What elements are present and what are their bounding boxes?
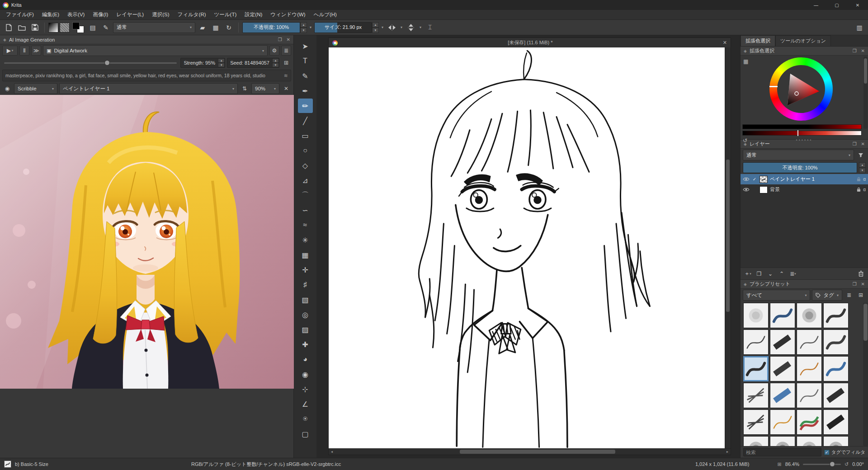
brush-preset-pencil-gray[interactable]	[797, 383, 822, 408]
scrollbar-handle[interactable]	[864, 58, 867, 84]
brush-preset-eraser-soft[interactable]	[743, 303, 769, 328]
blend-mode-dropdown[interactable]: 通常 ▾	[113, 22, 195, 33]
tool-gradient[interactable]: ▧	[298, 292, 313, 307]
wrap-around-mode-button[interactable]: ⌶	[424, 22, 436, 33]
menu-window[interactable]: ウィンドウ(W)	[266, 10, 309, 19]
close-docker-icon[interactable]: ✕	[861, 282, 865, 287]
brush-preset-soft-a[interactable]	[743, 436, 769, 446]
minimize-button[interactable]: —	[806, 0, 826, 10]
layer-opacity-slider[interactable]: 不透明度: 100%	[743, 162, 857, 173]
new-document-button[interactable]	[3, 22, 14, 33]
color-profile-info[interactable]: RGB/アルファ (8-ビット整数/チャンネル) sRGB-elle-V2-sr…	[191, 461, 341, 468]
tool-dynamic-brush[interactable]: ≈	[298, 218, 313, 232]
ai-docker-header[interactable]: ◈ AI Image Generation ❐✕	[0, 35, 293, 44]
preset-scrollbar[interactable]	[863, 303, 868, 446]
chevron-down-icon[interactable]: ▾	[308, 25, 313, 29]
tool-text[interactable]: T	[298, 54, 313, 68]
tool-ellipse[interactable]: ○	[298, 143, 313, 158]
duplicate-layer-button[interactable]: ❐	[754, 269, 764, 278]
tool-line[interactable]: ╱	[298, 113, 313, 128]
tag-filter-checkbox[interactable]: ✓ タグでフィルタ	[824, 449, 865, 456]
scrollbar-handle[interactable]	[460, 450, 615, 454]
step-generation-button[interactable]: ≫	[31, 46, 41, 56]
add-layer-button[interactable]: ＋▾	[743, 269, 753, 278]
tool-color-sampler[interactable]: ◎	[298, 307, 313, 322]
selection-display-icon[interactable]: ⊞	[778, 461, 782, 467]
style-preset-dropdown[interactable]: ▣ Digital Artwork ▾	[43, 45, 268, 56]
close-docker-icon[interactable]: ✕	[861, 48, 865, 53]
save-button[interactable]	[29, 22, 41, 33]
canvas[interactable]	[329, 47, 725, 448]
strength-spinbox[interactable]: Strength: 95%▲▼	[180, 58, 225, 68]
layer-blend-mode-dropdown[interactable]: 通常 ▾	[743, 150, 854, 160]
color-docker-scrollbar[interactable]	[863, 56, 868, 129]
tool-crop[interactable]: ♯	[298, 277, 313, 292]
tool-pattern-edit[interactable]: ▨	[298, 322, 313, 337]
ai-layers-button[interactable]: ≣	[281, 46, 291, 56]
generate-play-button[interactable]: ▶▾	[2, 46, 18, 56]
prompt-layers-icon[interactable]: ≋	[281, 73, 288, 79]
tool-rectangular-selection[interactable]: ▢	[298, 427, 313, 441]
brush-preset-pencil-yellow[interactable]	[770, 409, 795, 435]
layer-thumbnail[interactable]	[760, 186, 768, 193]
menu-tools[interactable]: ツール(T)	[210, 10, 241, 19]
workspace-chooser-button[interactable]: ▥	[854, 22, 865, 33]
close-docker-icon[interactable]: ✕	[287, 37, 290, 42]
seed-spinbox[interactable]: Seed: 814894057▲▼	[227, 58, 279, 68]
current-brush-icon[interactable]	[4, 461, 11, 468]
tool-measure[interactable]: ∠	[298, 397, 313, 411]
tool-edit-shapes[interactable]: ✎	[298, 69, 313, 83]
layer-properties-button[interactable]: ≣▾	[788, 269, 798, 278]
preset-view-list-button[interactable]: ≣	[844, 290, 854, 300]
brush-preset-pencil-orange[interactable]	[797, 356, 822, 381]
menu-filter[interactable]: フィルタ(R)	[174, 10, 210, 19]
control-link-button[interactable]: ◉	[2, 84, 12, 94]
layer-visibility-toggle[interactable]	[743, 187, 750, 192]
layer-name[interactable]: ペイントレイヤー 1	[770, 176, 854, 183]
ai-generated-image[interactable]	[0, 95, 294, 389]
close-button[interactable]: ✕	[847, 0, 868, 10]
strength-slider[interactable]	[2, 58, 179, 68]
layer-row-1[interactable]: ✓ペイントレイヤー 1α	[741, 174, 868, 184]
tool-fill[interactable]: ◕	[298, 352, 313, 367]
brush-preset-soft-round[interactable]	[797, 303, 822, 328]
menu-file[interactable]: ファイル(F)	[2, 10, 38, 19]
brush-preset-marker-chisel[interactable]	[770, 356, 795, 381]
brush-preset-ink-brush[interactable]	[823, 303, 849, 328]
layer-filter-button[interactable]	[856, 150, 866, 160]
alpha-icon[interactable]: α	[863, 187, 866, 192]
menu-image[interactable]: 画像(I)	[89, 10, 112, 19]
brush-preset-pen-blue[interactable]	[823, 356, 849, 381]
value-gradient-strip-1[interactable]	[742, 124, 862, 129]
pause-generation-button[interactable]: Ⅱ	[19, 46, 29, 56]
tool-polyline[interactable]: ⊿	[298, 173, 313, 188]
docker-splitter[interactable]: ••••••	[741, 138, 868, 142]
canvas-titlebar[interactable]: [未保存] (11.6 MiB) * ✕	[329, 38, 731, 47]
layer-row-2[interactable]: 背景α	[741, 184, 868, 195]
brush-preset-ink-pen-blue[interactable]	[770, 303, 795, 328]
chevron-down-icon[interactable]: ▾	[380, 25, 385, 29]
brush-preset-marker-blue[interactable]	[770, 383, 795, 408]
brush-preset-marker-flat[interactable]	[823, 383, 849, 408]
scrollbar-handle[interactable]	[863, 304, 868, 341]
menu-select[interactable]: 選択(S)	[148, 10, 173, 19]
preset-view-grid-button[interactable]: ⊞	[856, 290, 866, 300]
prompt-field[interactable]: masterpeace, pixiv rankihng top, a girl,…	[2, 70, 291, 81]
brush-preset-soft-b[interactable]	[770, 436, 795, 446]
brush-preset-soft-c[interactable]	[797, 436, 822, 446]
presets-docker-header[interactable]: ◈ ブラシプリセット ❐✕	[741, 280, 868, 289]
rotation-reset-icon[interactable]: ↺	[844, 461, 849, 467]
layer-thumbnail[interactable]	[760, 176, 768, 183]
layer-flags[interactable]: α	[857, 187, 866, 192]
move-layer-down-button[interactable]: ⌄	[765, 269, 775, 278]
menu-settings[interactable]: 設定(N)	[241, 10, 266, 19]
tool-multibrush[interactable]: ✳	[298, 233, 313, 247]
pattern-chooser-button[interactable]	[60, 23, 70, 33]
float-docker-icon[interactable]: ❐	[278, 37, 282, 42]
brush-preset-chooser-button[interactable]: ✎	[100, 22, 112, 33]
saturation-value-triangle[interactable]	[778, 66, 825, 113]
color-docker-header[interactable]: ◈ 拡張色選択 ❐✕	[741, 47, 868, 56]
control-strength-dropdown[interactable]: 90% ▾	[251, 83, 279, 94]
canvas-vertical-scrollbar[interactable]	[725, 47, 731, 448]
menu-view[interactable]: 表示(V)	[63, 10, 89, 19]
